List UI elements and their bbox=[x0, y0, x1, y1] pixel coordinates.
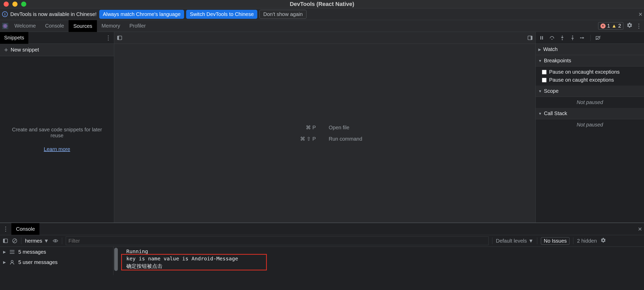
step-out-button[interactable] bbox=[570, 35, 575, 41]
tab-profiler[interactable]: Profiler bbox=[125, 20, 150, 32]
sidebar-user-messages[interactable]: ▶ 5 user messages bbox=[0, 257, 113, 267]
navigator-more-button[interactable]: ⋮ bbox=[105, 34, 111, 41]
scrollbar[interactable] bbox=[114, 247, 119, 275]
svg-line-18 bbox=[13, 240, 16, 242]
js-context-selector[interactable]: hermes ▼ bbox=[25, 238, 49, 244]
learn-more-link[interactable]: Learn more bbox=[44, 146, 70, 152]
pause-caught-checkbox[interactable]: Pause on caught exceptions bbox=[538, 76, 641, 84]
step-into-button[interactable] bbox=[559, 35, 565, 41]
close-window-button[interactable] bbox=[4, 2, 9, 7]
pause-uncaught-checkbox[interactable]: Pause on uncaught exceptions bbox=[538, 68, 641, 76]
run-command-shortcut: ⌘ ⇧ P bbox=[269, 136, 316, 142]
error-icon: ✕ bbox=[600, 23, 606, 29]
warning-count: 2 bbox=[618, 23, 621, 29]
pause-button[interactable] bbox=[539, 35, 544, 41]
tab-console[interactable]: Console bbox=[40, 20, 69, 32]
settings-button[interactable] bbox=[626, 22, 633, 30]
console-toolbar: hermes ▼ Default levels ▼ No Issues 2 hi… bbox=[0, 235, 644, 247]
deactivate-breakpoints-button[interactable] bbox=[595, 35, 601, 41]
infobar-message: DevTools is now available in Chinese! bbox=[10, 11, 97, 17]
snippets-empty-state: Create and save code snippets for later … bbox=[0, 56, 114, 223]
toggle-console-sidebar-button[interactable] bbox=[3, 238, 8, 244]
run-command-label: Run command bbox=[329, 136, 380, 142]
breakpoints-section-body: Pause on uncaught exceptions Pause on ca… bbox=[536, 66, 644, 86]
step-over-button[interactable] bbox=[549, 35, 555, 41]
log-levels-label: Default levels bbox=[496, 238, 527, 244]
scope-not-paused: Not paused bbox=[536, 97, 644, 108]
debugger-pane: ▶Watch ▼Breakpoints Pause on uncaught ex… bbox=[536, 32, 644, 223]
console-log-line: Running bbox=[124, 248, 644, 255]
console-drawer: ⋮ Console × hermes ▼ Default levels bbox=[0, 223, 644, 275]
chevron-down-icon: ▼ bbox=[44, 238, 49, 244]
hidden-count: 2 hidden bbox=[577, 238, 597, 244]
svg-point-0 bbox=[5, 25, 6, 27]
watch-label: Watch bbox=[543, 46, 558, 52]
breakpoints-section-header[interactable]: ▼Breakpoints bbox=[536, 55, 644, 66]
navigator-pane: Snippets ⋮ + New snippet Create and save… bbox=[0, 32, 114, 223]
step-button[interactable] bbox=[580, 35, 586, 41]
window-title: DevTools (React Native) bbox=[290, 1, 354, 7]
console-messages[interactable]: Running key is name value is Android-Mes… bbox=[113, 247, 644, 275]
svg-point-13 bbox=[580, 37, 581, 38]
no-issues-badge[interactable]: No Issues bbox=[541, 237, 569, 245]
dont-show-again-button[interactable]: Don't show again bbox=[259, 10, 307, 19]
drawer-tabs: ⋮ Console × bbox=[0, 223, 644, 235]
callstack-label: Call Stack bbox=[544, 110, 567, 116]
new-snippet-button[interactable]: + New snippet bbox=[0, 44, 114, 56]
new-snippet-label: New snippet bbox=[11, 47, 39, 53]
close-drawer-button[interactable]: × bbox=[638, 225, 642, 233]
breakpoints-label: Breakpoints bbox=[544, 58, 571, 64]
tab-memory[interactable]: Memory bbox=[97, 20, 125, 32]
chevron-down-icon: ▼ bbox=[538, 112, 542, 116]
navigator-tabs: Snippets ⋮ bbox=[0, 32, 114, 44]
tab-sources[interactable]: Sources bbox=[69, 20, 97, 32]
user-messages-count-label: 5 user messages bbox=[18, 259, 57, 265]
drawer-tab-console[interactable]: Console bbox=[11, 223, 39, 235]
messages-count-label: 5 messages bbox=[18, 249, 46, 255]
window-controls bbox=[0, 2, 26, 7]
more-options-button[interactable]: ⋮ bbox=[636, 22, 642, 30]
info-icon: i bbox=[2, 11, 8, 17]
fullscreen-window-button[interactable] bbox=[21, 2, 26, 7]
tab-welcome[interactable]: Welcome bbox=[10, 20, 40, 32]
pause-uncaught-label: Pause on uncaught exceptions bbox=[549, 69, 620, 75]
console-body: ▶ 5 messages ▶ 5 user messages Running k… bbox=[0, 247, 644, 275]
drawer-more-button[interactable]: ⋮ bbox=[3, 225, 9, 233]
scope-section-header[interactable]: ▼Scope bbox=[536, 86, 644, 97]
snippets-tab[interactable]: Snippets bbox=[0, 32, 28, 44]
list-icon bbox=[9, 249, 15, 255]
log-levels-selector[interactable]: Default levels ▼ bbox=[496, 238, 534, 244]
console-log-line: key is name value is Android-Message bbox=[124, 255, 644, 262]
switch-to-chinese-button[interactable]: Switch DevTools to Chinese bbox=[186, 10, 257, 19]
console-settings-button[interactable] bbox=[600, 237, 606, 244]
chevron-right-icon: ▶ bbox=[538, 47, 541, 52]
toggle-navigator-button[interactable] bbox=[117, 35, 122, 41]
live-expression-button[interactable] bbox=[53, 238, 58, 244]
chevron-down-icon: ▼ bbox=[538, 59, 542, 63]
user-icon bbox=[9, 259, 15, 265]
warning-icon: ▲ bbox=[612, 23, 617, 29]
open-file-shortcut: ⌘ P bbox=[269, 124, 316, 131]
clear-console-button[interactable] bbox=[12, 238, 18, 244]
editor-toolbar bbox=[114, 32, 535, 44]
console-filter-input[interactable] bbox=[66, 236, 489, 245]
callstack-not-paused: Not paused bbox=[536, 119, 644, 130]
svg-point-19 bbox=[55, 240, 56, 241]
sidebar-all-messages[interactable]: ▶ 5 messages bbox=[0, 247, 113, 257]
close-infobar-button[interactable]: × bbox=[639, 10, 642, 18]
callstack-section-header[interactable]: ▼Call Stack bbox=[536, 108, 644, 119]
snippets-empty-text: Create and save code snippets for later … bbox=[8, 127, 106, 139]
plus-icon: + bbox=[4, 46, 8, 54]
main-tabs: Welcome Console Sources Memory Profiler … bbox=[0, 20, 644, 32]
chevron-right-icon: ▶ bbox=[3, 250, 6, 254]
editor-shortcuts-hint: ⌘ P Open file ⌘ ⇧ P Run command bbox=[114, 44, 535, 223]
watch-section-header[interactable]: ▶Watch bbox=[536, 44, 644, 55]
console-sidebar: ▶ 5 messages ▶ 5 user messages bbox=[0, 247, 113, 275]
sources-panel: Snippets ⋮ + New snippet Create and save… bbox=[0, 32, 644, 223]
error-warning-badge[interactable]: ✕ 1 ▲ 2 bbox=[598, 22, 623, 30]
chevron-right-icon: ▶ bbox=[3, 260, 6, 264]
editor-pane: ⌘ P Open file ⌘ ⇧ P Run command bbox=[114, 32, 536, 223]
toggle-debugger-button[interactable] bbox=[527, 35, 533, 41]
minimize-window-button[interactable] bbox=[12, 2, 18, 7]
always-match-language-button[interactable]: Always match Chrome's language bbox=[99, 10, 184, 19]
